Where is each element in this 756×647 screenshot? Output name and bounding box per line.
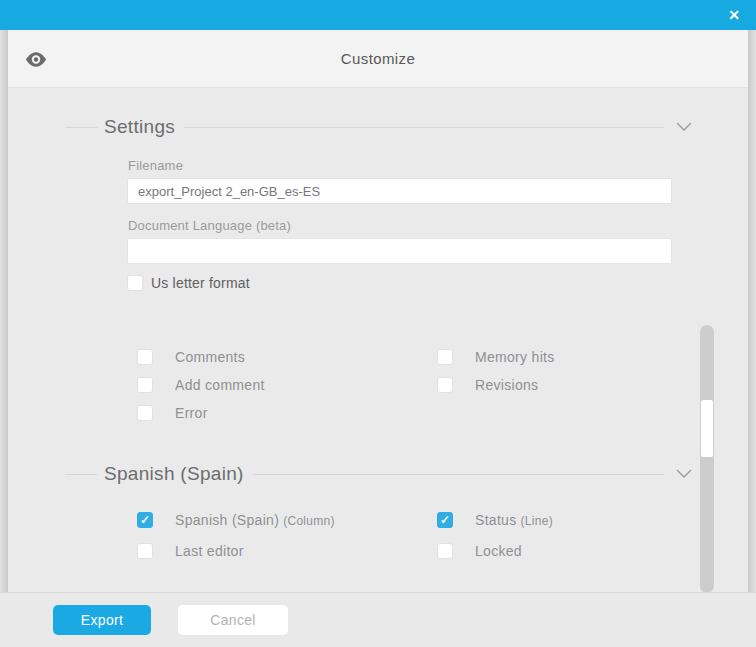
settings-form: Filename Document Language (beta) ✓ Us l… [127,158,672,291]
backdrop-left [0,30,8,592]
option-label: Memory hits [475,349,555,365]
filename-label: Filename [128,158,672,173]
scrollbar-track[interactable] [700,325,714,593]
page-title: Customize [8,30,748,87]
checkbox[interactable]: ✓ [137,349,153,365]
option-error[interactable]: ✓ Error [137,405,437,421]
settings-section-title: Settings [97,116,184,138]
language-section-title: Spanish (Spain) [97,463,253,485]
option-last-editor[interactable]: ✓ Last editor [137,543,437,559]
checkbox[interactable]: ✓ [437,543,453,559]
option-add-comment[interactable]: ✓ Add comment [137,377,437,393]
filename-input[interactable] [127,178,672,204]
backdrop-right [748,30,756,592]
dialog-footer: Export Cancel [0,592,756,647]
us-letter-label: Us letter format [151,275,250,291]
check-icon: ✓ [438,513,452,527]
checkbox[interactable]: ✓ [137,543,153,559]
divider [184,127,664,128]
divider [65,474,97,475]
divider [253,474,664,475]
option-label: Error [175,405,208,421]
dialog-header: Customize [8,30,748,88]
checkbox[interactable]: ✓ [437,377,453,393]
option-comments[interactable]: ✓ Comments [137,349,437,365]
checkbox[interactable]: ✓ [137,512,153,528]
dialog-body: Settings Filename Document Language (bet… [8,88,748,592]
option-spanish-spain-column[interactable]: ✓ Spanish (Spain)(Column) [137,512,437,528]
us-letter-checkbox[interactable]: ✓ [127,275,143,291]
option-label: Status(Line) [475,512,553,528]
option-label: Add comment [175,377,265,393]
language-options-grid: ✓ Spanish (Spain)(Column) ✓ Status(Line)… [137,512,748,559]
checkbox[interactable]: ✓ [137,405,153,421]
language-section-header: Spanish (Spain) [65,463,692,485]
export-button[interactable]: Export [53,605,151,635]
checkbox[interactable]: ✓ [437,512,453,528]
eye-icon[interactable] [25,52,47,67]
option-label: Comments [175,349,245,365]
chevron-down-icon[interactable] [676,122,692,132]
scrollbar-thumb[interactable] [701,400,713,457]
option-label: Last editor [175,543,244,559]
option-label: Revisions [475,377,538,393]
settings-options-grid: ✓ Comments ✓ Memory hits ✓ Add comment ✓… [137,349,748,421]
us-letter-format-option[interactable]: ✓ Us letter format [127,275,672,291]
checkbox[interactable]: ✓ [437,349,453,365]
option-label: Spanish (Spain)(Column) [175,512,335,528]
document-language-input[interactable] [127,238,672,264]
settings-section-header: Settings [65,116,692,138]
divider [65,127,97,128]
cancel-button[interactable]: Cancel [178,605,288,635]
customize-dialog: ✕ Customize Settings Filename Document L… [0,0,756,647]
option-label: Locked [475,543,522,559]
checkbox[interactable]: ✓ [137,377,153,393]
dialog-titlebar: ✕ [0,0,756,30]
close-icon[interactable]: ✕ [728,6,740,24]
check-icon: ✓ [138,513,152,527]
chevron-down-icon[interactable] [676,469,692,479]
document-language-label: Document Language (beta) [128,218,672,233]
